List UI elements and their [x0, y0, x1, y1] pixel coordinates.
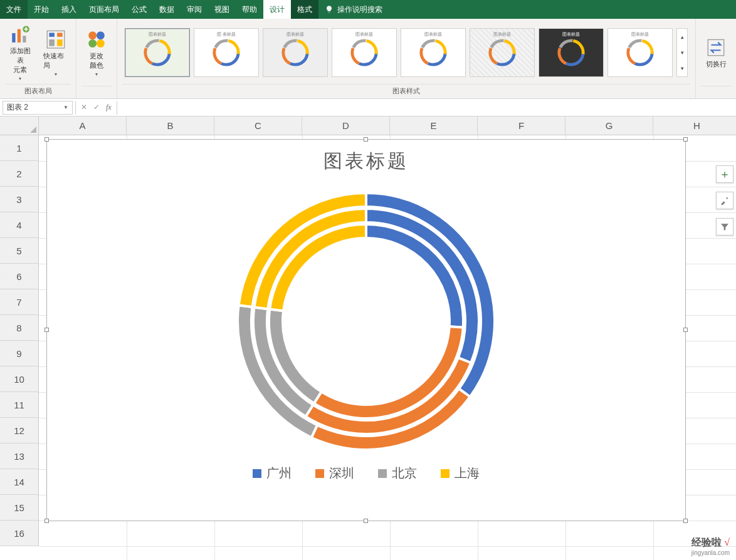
row-header[interactable]: 10	[0, 366, 39, 392]
row-header[interactable]: 12	[0, 418, 39, 443]
tab-home[interactable]: 开始	[28, 0, 55, 19]
tab-data[interactable]: 数据	[153, 0, 181, 19]
doughnut-chart[interactable]	[47, 187, 685, 456]
cancel-icon[interactable]: ✕	[81, 103, 87, 112]
svg-point-44	[626, 39, 654, 66]
tab-file[interactable]: 文件	[0, 0, 28, 19]
change-colors-button[interactable]: 更改 颜色 ▾	[81, 26, 112, 80]
lightbulb-icon	[325, 5, 334, 14]
group-label-chart-styles: 图表样式	[122, 84, 690, 98]
chart-style-thumb[interactable]: 图 表标题	[194, 28, 259, 77]
legend-label: 广州	[266, 465, 292, 482]
column-header[interactable]: F	[478, 117, 565, 135]
row-header[interactable]: 7	[0, 289, 39, 315]
resize-handle[interactable]	[683, 328, 688, 332]
resize-handle[interactable]	[45, 137, 49, 142]
chart-style-thumb[interactable]: 图表标题	[125, 28, 190, 77]
add-chart-element-button[interactable]: 添加图表 元素 ▾	[5, 21, 36, 84]
chart-elements-button[interactable]: ＋	[716, 165, 733, 183]
legend-item[interactable]: 北京	[378, 465, 417, 482]
column-header[interactable]: G	[565, 117, 653, 135]
row-header[interactable]: 3	[0, 187, 39, 212]
tab-formulas[interactable]: 公式	[125, 0, 153, 19]
resize-handle[interactable]	[364, 137, 368, 142]
legend-item[interactable]: 上海	[441, 465, 480, 482]
thumb-label: 图 表标题	[217, 31, 236, 38]
column-header[interactable]: C	[214, 117, 302, 135]
row-header[interactable]: 6	[0, 264, 39, 289]
svg-point-43	[626, 38, 655, 67]
thumb-label: 图表标题	[355, 31, 373, 38]
switch-row-column-button[interactable]: 切换行	[701, 34, 731, 71]
quick-layout-label: 快速布局	[43, 51, 69, 70]
select-all-corner[interactable]	[0, 117, 39, 135]
row-header[interactable]: 2	[0, 161, 39, 187]
row-header[interactable]: 15	[0, 495, 39, 521]
legend-item[interactable]: 深圳	[315, 465, 354, 482]
name-box[interactable]: 图表 2 ▼	[3, 101, 73, 115]
tab-review[interactable]: 审阅	[181, 0, 208, 19]
svg-point-30	[419, 38, 448, 67]
tab-design[interactable]: 设计	[263, 0, 291, 19]
gallery-more-button[interactable]: ▴▾▾	[676, 28, 688, 77]
chart-style-thumb[interactable]: 图表标题	[470, 28, 535, 77]
resize-handle[interactable]	[683, 519, 688, 523]
tell-me-search[interactable]: 操作说明搜索	[318, 4, 389, 15]
svg-point-11	[88, 39, 97, 48]
column-header[interactable]: D	[302, 117, 390, 135]
chart-style-thumb[interactable]: 图表标题	[263, 28, 328, 77]
quick-layout-button[interactable]: 快速布局 ▾	[41, 26, 71, 80]
chart-style-thumb[interactable]: 图表标题	[607, 28, 673, 77]
menu-bar: 文件 开始 插入 页面布局 公式 数据 审阅 视图 帮助 设计 格式 操作说明搜…	[0, 0, 736, 19]
row-header[interactable]: 16	[0, 521, 39, 546]
column-header[interactable]: H	[653, 117, 736, 135]
svg-rect-7	[49, 39, 55, 46]
svg-rect-0	[13, 33, 16, 43]
column-header[interactable]: B	[127, 117, 214, 135]
resize-handle[interactable]	[364, 519, 368, 523]
chart-title[interactable]: 图表标题	[47, 148, 685, 174]
formula-input[interactable]	[117, 101, 736, 115]
tab-view[interactable]: 视图	[208, 0, 236, 19]
column-header[interactable]: E	[390, 117, 478, 135]
chart-style-thumb[interactable]: 图表标题	[332, 28, 397, 77]
formula-bar: 图表 2 ▼ ✕ ✓ fx	[0, 99, 736, 117]
tab-help[interactable]: 帮助	[236, 0, 263, 19]
chart-filter-button[interactable]	[716, 218, 733, 236]
chart-object[interactable]: 图表标题 广州深圳北京上海	[46, 139, 686, 521]
svg-point-38	[557, 38, 586, 67]
svg-point-12	[97, 39, 105, 48]
row-header[interactable]: 8	[0, 315, 39, 341]
resize-handle[interactable]	[45, 328, 49, 332]
resize-handle[interactable]	[683, 137, 688, 142]
tab-insert[interactable]: 插入	[55, 0, 83, 19]
row-header[interactable]: 4	[0, 212, 39, 238]
dropdown-icon[interactable]: ▼	[63, 105, 68, 110]
row-header[interactable]: 14	[0, 469, 39, 495]
chart-style-thumb[interactable]: 图表标题	[401, 28, 466, 77]
add-chart-element-label: 添加图表 元素	[8, 46, 33, 75]
row-header[interactable]: 13	[0, 443, 39, 469]
chart-styles-gallery: 图表标题图 表标题图表标题图表标题图表标题图表标题图表标题图表标题▴▾▾	[122, 26, 690, 80]
ribbon: 添加图表 元素 ▾ 快速布局 ▾ 图表布局 更改 颜色 ▾	[0, 19, 736, 99]
row-header[interactable]: 11	[0, 392, 39, 418]
column-header[interactable]: A	[39, 117, 127, 135]
watermark: 经验啦 √ jingyanla.com	[691, 536, 730, 556]
resize-handle[interactable]	[45, 519, 49, 523]
row-header[interactable]: 5	[0, 238, 39, 264]
accept-icon[interactable]: ✓	[93, 103, 100, 112]
thumb-label: 图表标题	[149, 31, 166, 38]
chart-style-thumb[interactable]: 图表标题	[539, 28, 604, 77]
tab-format[interactable]: 格式	[291, 0, 318, 19]
chart-legend[interactable]: 广州深圳北京上海	[47, 465, 685, 482]
svg-rect-8	[57, 39, 63, 46]
row-header[interactable]: 9	[0, 341, 39, 366]
legend-item[interactable]: 广州	[253, 465, 292, 482]
fx-icon[interactable]: fx	[106, 103, 112, 112]
svg-rect-6	[57, 33, 63, 36]
tab-page-layout[interactable]: 页面布局	[83, 0, 125, 19]
chart-styles-button[interactable]	[716, 192, 733, 209]
row-header[interactable]: 1	[0, 135, 39, 161]
formula-controls: ✕ ✓ fx	[76, 103, 117, 112]
group-switch: 切换行	[696, 19, 736, 98]
